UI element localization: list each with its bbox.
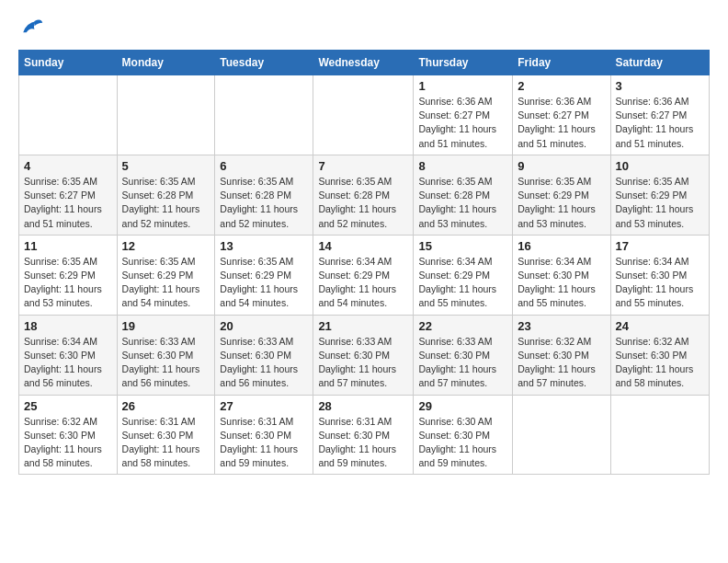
day-detail: Sunrise: 6:35 AMSunset: 6:29 PMDaylight:…	[122, 255, 210, 311]
header-cell-friday: Friday	[513, 51, 610, 75]
week-row-0: 1Sunrise: 6:36 AMSunset: 6:27 PMDaylight…	[19, 75, 710, 155]
day-number: 28	[318, 399, 408, 413]
day-cell: 29Sunrise: 6:30 AMSunset: 6:30 PMDayligh…	[414, 395, 513, 475]
day-number: 7	[318, 159, 408, 173]
day-detail: Sunrise: 6:35 AMSunset: 6:28 PMDaylight:…	[318, 175, 408, 231]
header	[18, 15, 710, 40]
day-cell: 14Sunrise: 6:34 AMSunset: 6:29 PMDayligh…	[313, 235, 414, 315]
calendar-table: SundayMondayTuesdayWednesdayThursdayFrid…	[18, 50, 710, 475]
header-cell-wednesday: Wednesday	[313, 51, 414, 75]
day-detail: Sunrise: 6:30 AMSunset: 6:30 PMDaylight:…	[418, 415, 507, 471]
day-cell: 6Sunrise: 6:35 AMSunset: 6:28 PMDaylight…	[215, 155, 313, 235]
day-cell	[313, 75, 414, 155]
day-detail: Sunrise: 6:35 AMSunset: 6:29 PMDaylight:…	[518, 175, 605, 231]
day-cell: 23Sunrise: 6:32 AMSunset: 6:30 PMDayligh…	[513, 315, 610, 395]
calendar-body: 1Sunrise: 6:36 AMSunset: 6:27 PMDaylight…	[19, 75, 710, 475]
day-cell: 15Sunrise: 6:34 AMSunset: 6:29 PMDayligh…	[414, 235, 513, 315]
header-cell-tuesday: Tuesday	[215, 51, 313, 75]
header-cell-sunday: Sunday	[19, 51, 118, 75]
day-number: 19	[122, 319, 210, 333]
day-number: 3	[616, 79, 705, 93]
day-detail: Sunrise: 6:34 AMSunset: 6:29 PMDaylight:…	[418, 255, 507, 311]
week-row-1: 4Sunrise: 6:35 AMSunset: 6:27 PMDaylight…	[19, 155, 710, 235]
day-detail: Sunrise: 6:35 AMSunset: 6:29 PMDaylight:…	[616, 175, 705, 231]
day-number: 14	[318, 239, 408, 253]
day-cell: 22Sunrise: 6:33 AMSunset: 6:30 PMDayligh…	[414, 315, 513, 395]
day-cell: 24Sunrise: 6:32 AMSunset: 6:30 PMDayligh…	[610, 315, 710, 395]
week-row-3: 18Sunrise: 6:34 AMSunset: 6:30 PMDayligh…	[19, 315, 710, 395]
day-detail: Sunrise: 6:32 AMSunset: 6:30 PMDaylight:…	[616, 335, 705, 391]
day-cell: 17Sunrise: 6:34 AMSunset: 6:30 PMDayligh…	[610, 235, 710, 315]
day-number: 15	[418, 239, 507, 253]
day-number: 26	[122, 399, 210, 413]
day-cell: 12Sunrise: 6:35 AMSunset: 6:29 PMDayligh…	[117, 235, 215, 315]
day-cell: 27Sunrise: 6:31 AMSunset: 6:30 PMDayligh…	[215, 395, 313, 475]
day-number: 9	[518, 159, 605, 173]
day-detail: Sunrise: 6:35 AMSunset: 6:28 PMDaylight:…	[220, 175, 308, 231]
day-detail: Sunrise: 6:33 AMSunset: 6:30 PMDaylight:…	[122, 335, 210, 391]
header-cell-saturday: Saturday	[610, 51, 710, 75]
day-detail: Sunrise: 6:35 AMSunset: 6:28 PMDaylight:…	[418, 175, 507, 231]
logo-icon	[18, 15, 44, 40]
day-detail: Sunrise: 6:33 AMSunset: 6:30 PMDaylight:…	[318, 335, 408, 391]
day-detail: Sunrise: 6:34 AMSunset: 6:30 PMDaylight:…	[518, 255, 605, 311]
day-cell: 2Sunrise: 6:36 AMSunset: 6:27 PMDaylight…	[513, 75, 610, 155]
day-cell: 4Sunrise: 6:35 AMSunset: 6:27 PMDaylight…	[19, 155, 118, 235]
day-cell: 16Sunrise: 6:34 AMSunset: 6:30 PMDayligh…	[513, 235, 610, 315]
header-cell-monday: Monday	[117, 51, 215, 75]
day-detail: Sunrise: 6:33 AMSunset: 6:30 PMDaylight:…	[220, 335, 308, 391]
day-cell: 9Sunrise: 6:35 AMSunset: 6:29 PMDaylight…	[513, 155, 610, 235]
header-cell-thursday: Thursday	[414, 51, 513, 75]
day-detail: Sunrise: 6:36 AMSunset: 6:27 PMDaylight:…	[418, 95, 507, 151]
day-detail: Sunrise: 6:34 AMSunset: 6:30 PMDaylight:…	[616, 255, 705, 311]
day-detail: Sunrise: 6:35 AMSunset: 6:29 PMDaylight:…	[220, 255, 308, 311]
day-cell: 13Sunrise: 6:35 AMSunset: 6:29 PMDayligh…	[215, 235, 313, 315]
day-number: 13	[220, 239, 308, 253]
day-cell: 20Sunrise: 6:33 AMSunset: 6:30 PMDayligh…	[215, 315, 313, 395]
day-number: 16	[518, 239, 605, 253]
day-cell: 11Sunrise: 6:35 AMSunset: 6:29 PMDayligh…	[19, 235, 118, 315]
day-number: 11	[24, 239, 112, 253]
day-cell: 18Sunrise: 6:34 AMSunset: 6:30 PMDayligh…	[19, 315, 118, 395]
day-detail: Sunrise: 6:36 AMSunset: 6:27 PMDaylight:…	[518, 95, 605, 151]
day-number: 25	[24, 399, 112, 413]
week-row-4: 25Sunrise: 6:32 AMSunset: 6:30 PMDayligh…	[19, 395, 710, 475]
day-cell: 25Sunrise: 6:32 AMSunset: 6:30 PMDayligh…	[19, 395, 118, 475]
day-detail: Sunrise: 6:36 AMSunset: 6:27 PMDaylight:…	[616, 95, 705, 151]
day-detail: Sunrise: 6:31 AMSunset: 6:30 PMDaylight:…	[318, 415, 408, 471]
day-cell	[117, 75, 215, 155]
day-number: 27	[220, 399, 308, 413]
day-detail: Sunrise: 6:31 AMSunset: 6:30 PMDaylight:…	[220, 415, 308, 471]
day-cell: 1Sunrise: 6:36 AMSunset: 6:27 PMDaylight…	[414, 75, 513, 155]
day-detail: Sunrise: 6:33 AMSunset: 6:30 PMDaylight:…	[418, 335, 507, 391]
day-detail: Sunrise: 6:34 AMSunset: 6:30 PMDaylight:…	[24, 335, 112, 391]
day-detail: Sunrise: 6:32 AMSunset: 6:30 PMDaylight:…	[518, 335, 605, 391]
day-cell: 19Sunrise: 6:33 AMSunset: 6:30 PMDayligh…	[117, 315, 215, 395]
day-number: 5	[122, 159, 210, 173]
day-cell: 7Sunrise: 6:35 AMSunset: 6:28 PMDaylight…	[313, 155, 414, 235]
header-row: SundayMondayTuesdayWednesdayThursdayFrid…	[19, 51, 710, 75]
day-detail: Sunrise: 6:34 AMSunset: 6:29 PMDaylight:…	[318, 255, 408, 311]
day-cell: 8Sunrise: 6:35 AMSunset: 6:28 PMDaylight…	[414, 155, 513, 235]
day-detail: Sunrise: 6:35 AMSunset: 6:27 PMDaylight:…	[24, 175, 112, 231]
day-number: 12	[122, 239, 210, 253]
week-row-2: 11Sunrise: 6:35 AMSunset: 6:29 PMDayligh…	[19, 235, 710, 315]
day-cell: 21Sunrise: 6:33 AMSunset: 6:30 PMDayligh…	[313, 315, 414, 395]
day-number: 23	[518, 319, 605, 333]
day-number: 1	[418, 79, 507, 93]
calendar-header: SundayMondayTuesdayWednesdayThursdayFrid…	[19, 51, 710, 75]
day-number: 18	[24, 319, 112, 333]
day-number: 24	[616, 319, 705, 333]
day-detail: Sunrise: 6:32 AMSunset: 6:30 PMDaylight:…	[24, 415, 112, 471]
day-cell: 5Sunrise: 6:35 AMSunset: 6:28 PMDaylight…	[117, 155, 215, 235]
day-cell: 10Sunrise: 6:35 AMSunset: 6:29 PMDayligh…	[610, 155, 710, 235]
day-number: 21	[318, 319, 408, 333]
day-cell: 3Sunrise: 6:36 AMSunset: 6:27 PMDaylight…	[610, 75, 710, 155]
day-number: 10	[616, 159, 705, 173]
day-number: 8	[418, 159, 507, 173]
day-number: 4	[24, 159, 112, 173]
day-cell: 26Sunrise: 6:31 AMSunset: 6:30 PMDayligh…	[117, 395, 215, 475]
day-cell	[215, 75, 313, 155]
logo	[18, 15, 48, 40]
day-number: 17	[616, 239, 705, 253]
